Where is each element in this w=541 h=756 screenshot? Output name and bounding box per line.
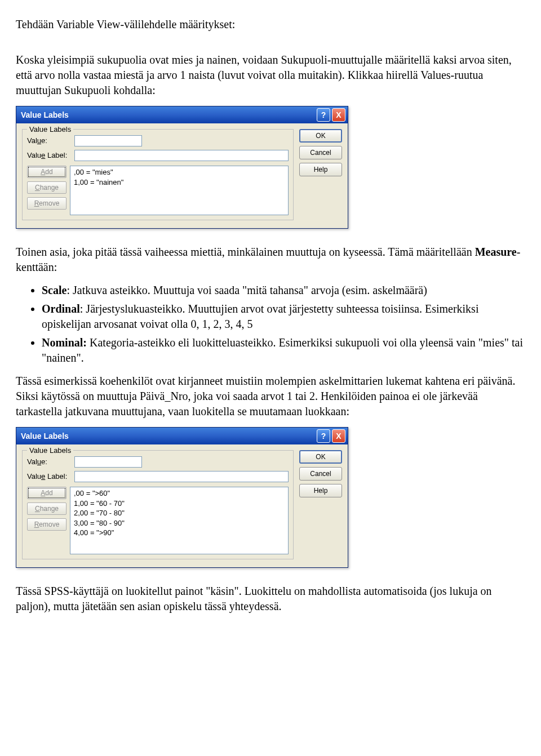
change-button[interactable]: Change xyxy=(27,502,66,515)
help-icon[interactable]: ? xyxy=(317,108,330,122)
close-icon[interactable]: X xyxy=(332,429,345,443)
paragraph-5: Tässä SPSS-käyttäjä on luokitellut paino… xyxy=(16,584,525,614)
values-list[interactable]: ,00 = "mies" 1,00 = "nainen" xyxy=(70,166,289,215)
cancel-button[interactable]: Cancel xyxy=(299,467,342,481)
ok-button[interactable]: OK xyxy=(299,450,342,464)
measure-bullet-list: Scale: Jatkuva asteikko. Muuttuja voi sa… xyxy=(16,283,525,366)
group-legend: Value Labels xyxy=(27,446,73,456)
help-icon[interactable]: ? xyxy=(317,429,330,443)
remove-button[interactable]: Remove xyxy=(27,197,66,210)
value-labels-dialog-2: Value Labels ? X Value Labels Value: Val… xyxy=(16,427,348,568)
help-button[interactable]: Help xyxy=(299,163,342,176)
ok-button[interactable]: OK xyxy=(299,129,342,143)
value-label-label: Value Label: xyxy=(27,150,71,161)
bullet-nominal: Nominal: Kategoria-asteikko eli luokitte… xyxy=(42,335,525,366)
titlebar: Value Labels ? X xyxy=(16,106,348,123)
bullet-scale: Scale: Jatkuva asteikko. Muuttuja voi sa… xyxy=(42,283,525,298)
value-labels-group: Value Labels Value: Value Label: Add Cha… xyxy=(22,129,294,220)
dialog-title: Value Labels xyxy=(21,110,317,121)
help-button[interactable]: Help xyxy=(299,484,342,497)
paragraph-1: Tehdään Variable View-välilehdelle määri… xyxy=(16,17,525,32)
value-input[interactable] xyxy=(74,456,142,468)
dialog-title: Value Labels xyxy=(21,431,317,442)
remove-button[interactable]: Remove xyxy=(27,518,66,531)
paragraph-3: Toinen asia, joka pitää tässä vaiheessa … xyxy=(16,244,525,275)
paragraph-4: Tässä esimerkissä koehenkilöt ovat kirja… xyxy=(16,373,525,419)
cancel-button[interactable]: Cancel xyxy=(299,146,342,159)
add-button[interactable]: Add xyxy=(27,487,66,499)
bullet-ordinal: Ordinal: Järjestyslukuasteikko. Muuttuji… xyxy=(42,301,525,332)
value-labels-dialog-1: Value Labels ? X Value Labels Value: Val… xyxy=(16,106,348,229)
change-button[interactable]: Change xyxy=(27,181,66,194)
value-labels-group: Value Labels Value: Value Label: Add Cha… xyxy=(22,450,294,559)
add-button[interactable]: Add xyxy=(27,166,66,178)
close-icon[interactable]: X xyxy=(332,108,345,122)
titlebar: Value Labels ? X xyxy=(16,428,348,444)
value-label: Value: xyxy=(27,457,71,467)
value-label-input[interactable] xyxy=(74,150,289,161)
value-label-label: Value Label: xyxy=(27,472,71,482)
value-label: Value: xyxy=(27,136,71,146)
paragraph-2: Koska yleisimpiä sukupuolia ovat mies ja… xyxy=(16,52,525,98)
value-input[interactable] xyxy=(74,135,142,146)
group-legend: Value Labels xyxy=(27,124,73,135)
value-label-input[interactable] xyxy=(74,471,289,482)
values-list[interactable]: ,00 = ">60" 1,00 = "60 - 70" 2,00 = "70 … xyxy=(70,487,289,554)
